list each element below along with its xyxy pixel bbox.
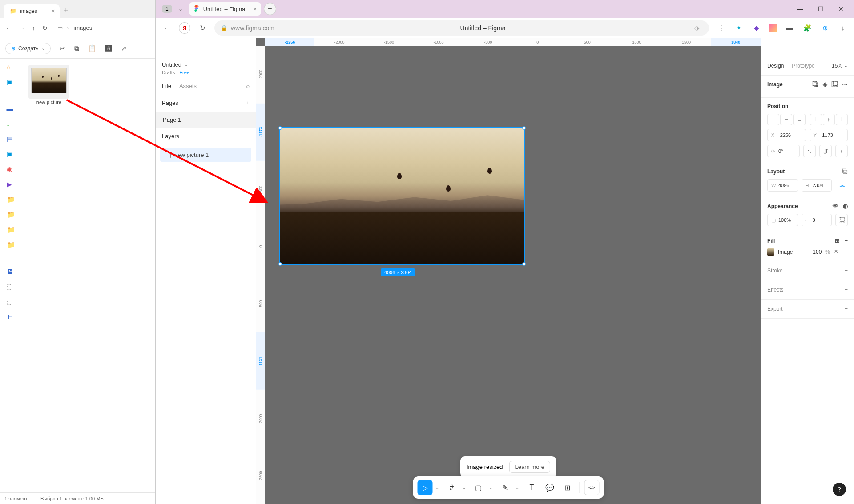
add-page-icon[interactable]: + [246, 100, 250, 106]
selected-image-frame[interactable] [279, 127, 525, 265]
shape-tool[interactable]: ▢ [471, 480, 486, 495]
chevron-down-icon[interactable]: ⌄ [175, 4, 186, 14]
refresh-icon[interactable]: ↻ [197, 22, 208, 34]
more-icon[interactable]: ⋯ [842, 81, 848, 88]
downloads-icon[interactable]: ↓ [7, 120, 15, 128]
ext-icon[interactable] [769, 24, 777, 32]
folder-icon[interactable]: 📁 [7, 196, 15, 204]
align-bottom-icon[interactable]: ⟘ [836, 114, 848, 125]
resize-handle[interactable] [522, 262, 526, 266]
radius-field[interactable]: ⌐0 [802, 214, 832, 226]
resize-handle[interactable] [522, 126, 526, 130]
visibility-icon[interactable]: 👁 [833, 203, 838, 209]
explorer-content[interactable]: new picture [21, 59, 155, 492]
align-left-icon[interactable]: ⫞ [767, 114, 779, 125]
grid-icon[interactable]: ⊞ [835, 237, 840, 244]
share-icon[interactable]: ↗ [121, 44, 127, 52]
bookmark-icon[interactable]: ⬗ [691, 22, 703, 34]
folder-icon[interactable]: 📁 [7, 241, 15, 249]
back-icon[interactable]: ← [161, 22, 173, 34]
drafts-label[interactable]: Drafts [162, 70, 175, 75]
file-item[interactable]: new picture [28, 65, 70, 105]
pictures-icon[interactable]: ▣ [7, 150, 15, 158]
tab-design[interactable]: Design [767, 63, 784, 69]
layer-item[interactable]: new picture 1 [160, 148, 251, 162]
autolayout-icon[interactable]: ⿻ [842, 168, 848, 175]
rotation-field[interactable]: ⟳0° [767, 145, 800, 157]
back-icon[interactable]: ← [5, 24, 12, 32]
rename-icon[interactable]: 🅰 [105, 44, 112, 52]
ext-icon[interactable]: ◆ [751, 22, 762, 34]
home-icon[interactable]: ⌂ [7, 63, 15, 71]
thispc-icon[interactable]: 🖥 [7, 268, 15, 276]
up-icon[interactable]: ↑ [32, 24, 35, 32]
maximize-icon[interactable]: ☐ [810, 2, 831, 16]
tab-counter[interactable]: 1 [162, 5, 172, 13]
drive-icon[interactable]: ⬚ [7, 283, 15, 291]
explorer-tab[interactable]: 📁 images × [4, 4, 60, 18]
dev-mode-toggle[interactable]: </> [584, 480, 600, 495]
frame-tool[interactable]: # [444, 480, 459, 495]
close-icon[interactable]: × [52, 8, 55, 15]
menu-icon[interactable]: ≡ [769, 2, 790, 16]
page-item[interactable]: Page 1 [156, 112, 256, 128]
component-icon[interactable]: ◈ [823, 81, 827, 88]
visibility-icon[interactable]: 👁 [834, 249, 839, 255]
align-top-icon[interactable]: ⟙ [810, 114, 822, 125]
free-badge[interactable]: Free [179, 70, 189, 75]
more-transform-icon[interactable]: ⫶ [835, 145, 848, 157]
file-name[interactable]: Untitled ⌄ [162, 61, 250, 68]
add-effect-icon[interactable]: + [845, 287, 848, 293]
music-icon[interactable]: ◉ [7, 165, 15, 173]
tab-prototype[interactable]: Prototype [792, 63, 814, 69]
copy-icon[interactable]: ⧉ [74, 44, 79, 52]
resize-handle[interactable] [278, 126, 282, 130]
figma-canvas[interactable]: -2256 -2000 -1500 -1000 -500 0 500 1000 … [256, 38, 761, 504]
comment-tool[interactable]: 💬 [542, 480, 557, 495]
x-field[interactable]: X-2256 [767, 129, 806, 141]
opacity-field[interactable]: ▢100% [767, 214, 798, 226]
resize-handle[interactable] [278, 262, 282, 266]
downloads-icon[interactable]: ↓ [837, 22, 849, 34]
forward-icon[interactable]: → [19, 24, 25, 32]
close-icon[interactable]: × [253, 6, 257, 12]
browser-tab[interactable]: Untitled – Figma × [189, 2, 261, 16]
url-field[interactable]: 🔒 www.figma.com Untitled – Figma ⬗ [214, 20, 709, 36]
minimize-icon[interactable]: — [790, 2, 810, 16]
search-icon[interactable]: ⌕ [246, 82, 250, 89]
height-field[interactable]: H2304 [802, 179, 832, 192]
gallery-icon[interactable]: ▣ [7, 78, 15, 86]
align-right-icon[interactable]: ⫠ [793, 114, 805, 125]
width-field[interactable]: W4096 [767, 179, 798, 192]
corner-detail-icon[interactable]: ⿺ [835, 214, 848, 226]
blend-icon[interactable]: ◐ [843, 203, 848, 209]
translate-icon[interactable]: ⊕ [819, 22, 831, 34]
tab-assets[interactable]: Assets [179, 83, 197, 89]
new-tab-button[interactable]: + [264, 3, 276, 15]
pen-tool[interactable]: ✎ [498, 480, 513, 495]
close-icon[interactable]: ✕ [831, 2, 851, 16]
videos-icon[interactable]: ▶ [7, 180, 15, 188]
fill-opacity[interactable]: 100 [813, 249, 822, 255]
ext-icon[interactable]: ✦ [733, 22, 745, 34]
crop-icon[interactable]: ⿻ [813, 81, 818, 88]
paste-icon[interactable]: 📋 [88, 44, 97, 52]
add-stroke-icon[interactable]: + [845, 268, 848, 274]
add-fill-icon[interactable]: + [844, 237, 848, 244]
constrain-icon[interactable]: ⫘ [835, 179, 848, 192]
folder-icon[interactable]: 📁 [7, 211, 15, 219]
text-tool[interactable]: T [524, 480, 540, 495]
desktop-icon[interactable]: ▬ [7, 105, 15, 113]
align-vcenter-icon[interactable]: ⫲ [823, 114, 835, 125]
add-export-icon[interactable]: + [845, 306, 848, 312]
flip-v-icon[interactable]: ⇵ [819, 145, 832, 157]
chevron-down-icon[interactable]: ⌄ [435, 485, 442, 490]
zoom-control[interactable]: 15%⌄ [832, 63, 848, 69]
y-field[interactable]: Y-1173 [810, 129, 848, 141]
chevron-down-icon[interactable]: ⌄ [489, 485, 495, 490]
toast-learn-more[interactable]: Learn more [509, 461, 550, 473]
battery-icon[interactable]: ▬ [784, 22, 795, 34]
frame-icon[interactable]: ⿺ [832, 81, 838, 88]
extensions-icon[interactable]: 🧩 [802, 22, 813, 34]
drive-icon[interactable]: ⬚ [7, 298, 15, 306]
